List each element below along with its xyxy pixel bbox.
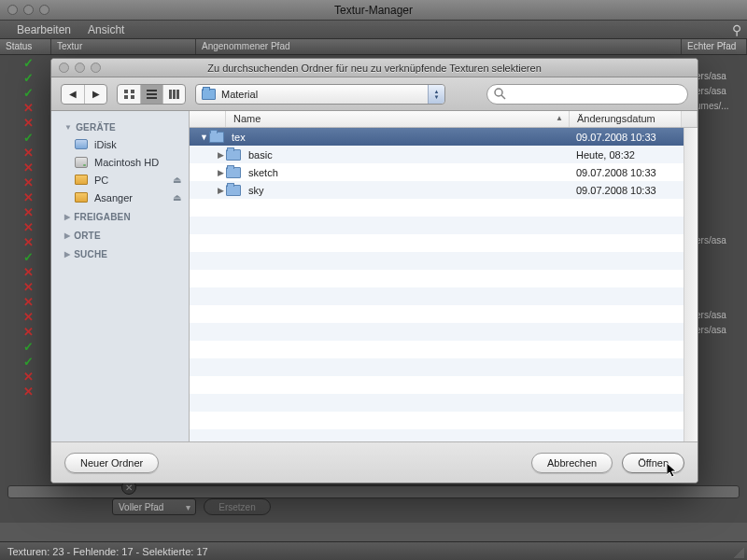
sidebar-item-macintosh-hd[interactable]: Macintosh HD bbox=[51, 153, 189, 171]
status-missing-icon: ✕ bbox=[0, 160, 56, 175]
file-row[interactable]: ▼tex09.07.2008 10:33 bbox=[190, 128, 698, 146]
vertical-scrollbar[interactable] bbox=[684, 128, 698, 441]
col-name[interactable]: Name ▲ bbox=[226, 111, 570, 127]
real-path-cell bbox=[696, 249, 747, 264]
real-path-cell bbox=[696, 264, 747, 279]
status-missing-icon: ✕ bbox=[0, 100, 56, 115]
search-wrap bbox=[486, 84, 688, 105]
real-path-cell: ers/asa bbox=[696, 309, 747, 324]
col-assumed[interactable]: Angenommener Pfad bbox=[196, 39, 682, 54]
col-status[interactable]: Status bbox=[0, 39, 51, 54]
svg-rect-3 bbox=[131, 95, 134, 99]
folder-icon bbox=[226, 167, 241, 178]
sheet-toolbar: ◀ ▶ Material ▲▼ bbox=[51, 77, 698, 111]
sheet-title: Zu durchsuchenden Ordner für neu zu verk… bbox=[51, 63, 698, 74]
path-mode-label: Voller Pfad bbox=[119, 502, 163, 512]
file-name: basic bbox=[247, 149, 576, 161]
search-icon[interactable]: ⚲ bbox=[732, 22, 741, 37]
real-path-cell: ers/asa bbox=[696, 85, 747, 100]
folder-icon bbox=[226, 185, 241, 196]
view-mode-segment bbox=[117, 84, 186, 105]
real-path-cell: ers/asa bbox=[696, 234, 747, 249]
sidebar-item-idisk[interactable]: iDisk bbox=[51, 135, 189, 153]
view-list-button[interactable] bbox=[140, 85, 162, 104]
sort-asc-icon: ▲ bbox=[556, 114, 563, 122]
sidebar: ▼ GERÄTE iDiskMacintosh HDPC⏏Asanger⏏ ▶ … bbox=[51, 111, 190, 441]
nav-back-button[interactable]: ◀ bbox=[62, 85, 84, 104]
cancel-button[interactable]: Abbrechen bbox=[531, 453, 613, 473]
svg-line-11 bbox=[501, 95, 505, 99]
bg-window-title: Textur-Manager bbox=[0, 4, 747, 17]
file-name: sky bbox=[247, 185, 576, 196]
real-path-cell bbox=[696, 369, 747, 384]
file-rows[interactable]: ▼tex09.07.2008 10:33 ▶basicHeute, 08:32▶… bbox=[190, 128, 698, 441]
resize-grip-icon[interactable] bbox=[733, 547, 744, 558]
menu-view[interactable]: Ansicht bbox=[88, 23, 124, 36]
sidebar-item-asanger[interactable]: Asanger⏏ bbox=[51, 189, 189, 206]
col-scroll-spacer bbox=[682, 111, 698, 127]
view-icons-button[interactable] bbox=[118, 85, 140, 104]
path-mode-select[interactable]: Voller Pfad bbox=[112, 498, 196, 515]
sidebar-heading-devices[interactable]: ▼ GERÄTE bbox=[51, 117, 189, 135]
sidebar-heading-places[interactable]: ▶ ORTE bbox=[51, 225, 189, 244]
bg-footer-controls: Voller Pfad Ersetzen bbox=[112, 498, 271, 515]
folder-icon bbox=[209, 132, 224, 143]
view-columns-button[interactable] bbox=[162, 85, 185, 104]
status-missing-icon: ✕ bbox=[0, 324, 56, 339]
bg-horizontal-scrollbar[interactable] bbox=[7, 485, 740, 498]
real-path-cell: ers/asa bbox=[696, 324, 747, 339]
real-path-column: ers/asaers/asaumes/...ers/asaers/asaers/… bbox=[696, 55, 747, 523]
real-path-cell bbox=[696, 130, 747, 145]
external-drive-icon bbox=[74, 174, 89, 187]
sheet-main: ▼ GERÄTE iDiskMacintosh HDPC⏏Asanger⏏ ▶ … bbox=[51, 111, 698, 441]
path-dropdown[interactable]: Material ▲▼ bbox=[195, 84, 445, 105]
svg-rect-8 bbox=[173, 90, 176, 99]
eject-icon[interactable]: ⏏ bbox=[173, 192, 181, 203]
menu-edit[interactable]: Bearbeiten bbox=[17, 23, 71, 36]
bg-titlebar: Textur-Manager bbox=[0, 0, 747, 21]
status-ok-icon: ✓ bbox=[0, 339, 56, 354]
replace-button[interactable]: Ersetzen bbox=[204, 498, 271, 515]
real-path-cell bbox=[696, 55, 747, 70]
file-row[interactable]: ▶sky09.07.2008 10:33 bbox=[190, 181, 698, 199]
real-path-cell bbox=[696, 294, 747, 309]
file-row[interactable]: ▶sketch09.07.2008 10:33 bbox=[190, 163, 698, 181]
svg-rect-7 bbox=[169, 90, 172, 99]
status-ok-icon: ✓ bbox=[0, 354, 56, 369]
status-missing-icon: ✕ bbox=[0, 369, 56, 384]
sidebar-heading-search[interactable]: ▶ SUCHE bbox=[51, 244, 189, 262]
eject-icon[interactable]: ⏏ bbox=[173, 175, 181, 185]
real-path-cell bbox=[696, 145, 747, 160]
dropdown-stepper-icon: ▲▼ bbox=[428, 85, 444, 104]
col-real[interactable]: Echter Pfad bbox=[682, 39, 747, 54]
svg-rect-0 bbox=[124, 90, 128, 93]
search-icon bbox=[494, 88, 506, 100]
real-path-cell: umes/... bbox=[696, 100, 747, 115]
new-folder-button[interactable]: Neuer Ordner bbox=[64, 453, 159, 473]
open-button[interactable]: Öffnen bbox=[622, 453, 684, 473]
status-missing-icon: ✕ bbox=[0, 279, 56, 294]
nav-forward-button[interactable]: ▶ bbox=[84, 85, 106, 104]
disclosure-right-icon[interactable]: ▶ bbox=[216, 150, 226, 160]
sidebar-item-label: Macintosh HD bbox=[94, 157, 159, 168]
open-folder-sheet: Zu durchsuchenden Ordner für neu zu verk… bbox=[50, 58, 698, 483]
svg-point-10 bbox=[495, 89, 502, 96]
search-input[interactable] bbox=[486, 84, 688, 105]
hdd-icon bbox=[74, 156, 89, 169]
col-texture[interactable]: Textur bbox=[51, 39, 196, 54]
file-row[interactable]: ▶basicHeute, 08:32 bbox=[190, 146, 698, 163]
svg-rect-6 bbox=[147, 97, 157, 99]
disclosure-down-icon[interactable]: ▼ bbox=[199, 133, 209, 142]
sidebar-heading-shares[interactable]: ▶ FREIGABEN bbox=[51, 206, 189, 225]
file-area: Name ▲ Änderungsdatum ▼tex09.07.2008 10:… bbox=[190, 111, 698, 441]
col-date[interactable]: Änderungsdatum bbox=[570, 111, 682, 127]
disclosure-right-icon[interactable]: ▶ bbox=[216, 168, 226, 177]
file-date: Heute, 08:32 bbox=[576, 149, 684, 161]
file-name: tex bbox=[230, 132, 576, 143]
real-path-cell bbox=[696, 219, 747, 234]
sidebar-item-pc[interactable]: PC⏏ bbox=[51, 171, 189, 189]
status-column: ✓✓✓✕✕✓✕✕✕✕✕✕✕✓✕✕✕✕✕✓✓✕✕ bbox=[0, 55, 56, 523]
file-name: sketch bbox=[247, 167, 576, 178]
disclosure-right-icon[interactable]: ▶ bbox=[216, 186, 226, 195]
sidebar-item-label: PC bbox=[94, 175, 108, 186]
